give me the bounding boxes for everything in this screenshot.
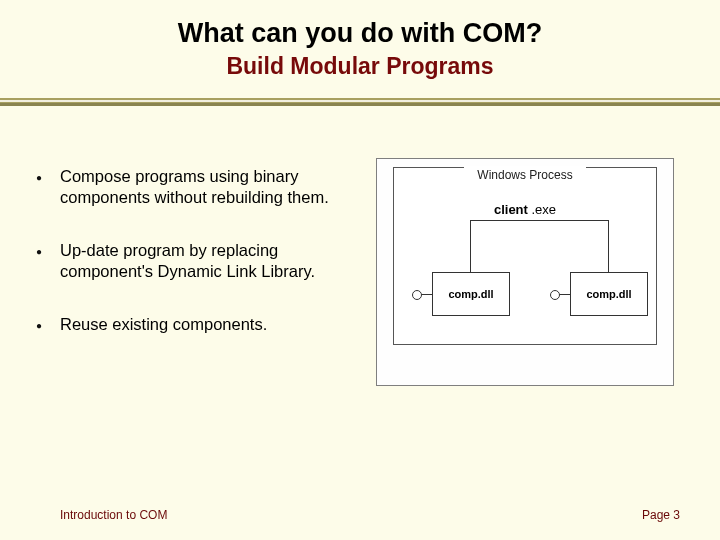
process-label: Windows Process (464, 166, 586, 184)
process-box: Windows Process client .exe comp.dll com… (393, 167, 657, 345)
slide-title: What can you do with COM? (0, 18, 720, 49)
connector-line (608, 220, 609, 272)
connector-line (470, 220, 471, 272)
bullet-list: ● Compose programs using binary componen… (28, 166, 358, 386)
bullet-icon: ● (28, 314, 60, 335)
divider-rule (0, 98, 720, 106)
footer-left: Introduction to COM (60, 508, 167, 522)
interface-lollipop-icon (552, 294, 570, 295)
diagram-panel: Windows Process client .exe comp.dll com… (376, 166, 692, 386)
bullet-icon: ● (28, 166, 60, 208)
bullet-text: Reuse existing components. (60, 314, 267, 335)
connector-line (470, 220, 608, 221)
bullet-icon: ● (28, 240, 60, 282)
list-item: ● Compose programs using binary componen… (28, 166, 358, 208)
interface-lollipop-icon (414, 294, 432, 295)
client-label: client .exe (394, 202, 656, 217)
client-label-ext: .exe (528, 202, 556, 217)
footer-page-number: Page 3 (642, 508, 680, 522)
bullet-text: Compose programs using binary components… (60, 166, 358, 208)
bullet-text: Up-date program by replacing component's… (60, 240, 358, 282)
title-block: What can you do with COM? Build Modular … (0, 0, 720, 80)
list-item: ● Up-date program by replacing component… (28, 240, 358, 282)
list-item: ● Reuse existing components. (28, 314, 358, 335)
component-box-right: comp.dll (570, 272, 648, 316)
footer: Introduction to COM Page 3 (0, 508, 720, 522)
client-label-bold: client (494, 202, 528, 217)
diagram-frame: Windows Process client .exe comp.dll com… (376, 158, 674, 386)
component-box-left: comp.dll (432, 272, 510, 316)
content-area: ● Compose programs using binary componen… (0, 106, 720, 386)
slide-subtitle: Build Modular Programs (0, 53, 720, 80)
